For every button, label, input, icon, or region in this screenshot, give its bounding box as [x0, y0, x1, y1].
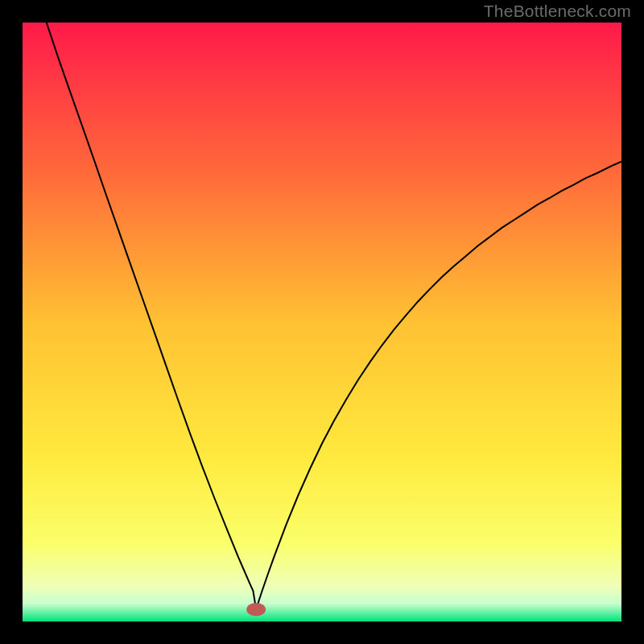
plot-background — [23, 23, 621, 621]
plot-svg — [23, 23, 621, 621]
min-marker — [246, 603, 266, 616]
watermark-text: TheBottleneck.com — [484, 2, 631, 21]
chart-container: TheBottleneck.com — [0, 0, 644, 644]
